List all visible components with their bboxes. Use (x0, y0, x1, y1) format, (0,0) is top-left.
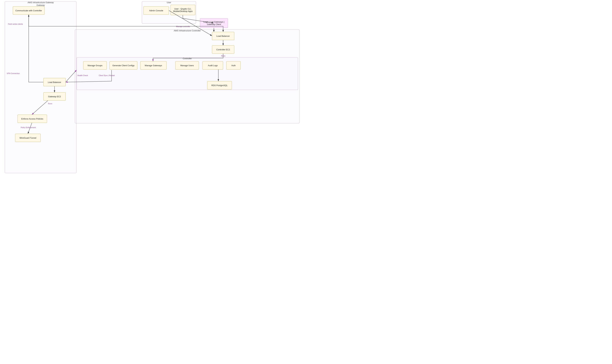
box-enforce-access[interactable]: Enforce Access Policies (17, 115, 47, 123)
region-controller-infra-label: AWS Infrastructure Controller (174, 29, 201, 32)
box-controller-ec2[interactable]: Controller EC2 (212, 45, 234, 54)
label-health-check: Health Check (77, 75, 88, 76)
box-gateway-ec2[interactable]: Gateway EC2 (43, 92, 66, 101)
label-client-sync: Client Sync | Restart (99, 75, 115, 76)
box-generate-client-configs[interactable]: Generate Client Configs (110, 61, 137, 70)
box-load-balancer-left[interactable]: Load Balancer (43, 78, 66, 86)
region-gateway-infra-label: AWS Infrastructure Gateway (28, 1, 54, 4)
label-fetch-active-clients: Fetch active clients (8, 23, 23, 25)
box-wireguard[interactable]: WireGuard Tunnel (15, 134, 41, 142)
box-audit-logs[interactable]: Audit Logs (202, 61, 223, 70)
label-manage-controller: Manage controller (176, 26, 190, 27)
label-runs-right: Runs (221, 55, 225, 57)
box-load-balancer-right[interactable]: Load Balancer (212, 32, 234, 40)
region-controller-inner-label: Controller (183, 57, 192, 60)
label-vpn-connection: VPN Connection (7, 72, 20, 74)
region-user-label: User (167, 1, 171, 4)
box-auth[interactable]: Auth (226, 61, 241, 70)
box-rds-postgresql[interactable]: RDS PostgreSQL (207, 81, 232, 90)
box-admin-console[interactable]: Admin Console (143, 6, 169, 15)
region-gateway-infra: AWS Infrastructure Gateway Gateway (5, 1, 77, 173)
diagram: AWS Infrastructure Gateway Gateway User … (0, 0, 306, 182)
label-runs-left: Runs (48, 103, 52, 104)
box-user-qryptic[interactable]: User - Qryptic CLI, Mobile/Desktop Apps (170, 5, 195, 15)
box-manage-groups[interactable]: Manage Groups (83, 61, 107, 70)
box-manage-gateways[interactable]: Manage Gateways (140, 61, 167, 70)
label-policy-enforcement: Policy Enforcement (21, 127, 36, 129)
box-manage-users[interactable]: Manage Users (175, 61, 199, 70)
region-gateway-sub-label: Gateway (37, 4, 45, 6)
box-login-list[interactable]: Login | List Gateways | Gateway Client (200, 18, 228, 28)
box-communicate-controller[interactable]: Communicate with Controller (13, 6, 45, 15)
